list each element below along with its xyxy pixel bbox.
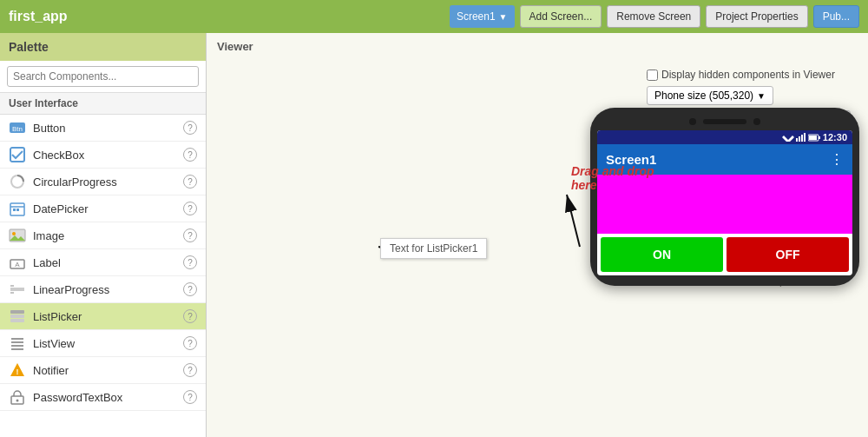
svg-rect-15 [10, 310, 24, 314]
label-help-icon[interactable]: ? [183, 255, 197, 269]
palette-item-button[interactable]: Btn Button ? [0, 115, 206, 142]
palette-header: Palette [0, 33, 206, 61]
label-icon: A [9, 254, 26, 271]
svg-rect-32 [799, 136, 800, 142]
wifi-icon [782, 133, 794, 142]
publish-button[interactable]: Pub... [813, 5, 859, 28]
linear-progress-help-icon[interactable]: ? [183, 282, 197, 296]
circular-progress-icon [9, 173, 26, 190]
listpicker-help-icon[interactable]: ? [183, 309, 197, 323]
passwordtextbox-help-icon[interactable]: ? [183, 390, 197, 404]
display-hidden-label: Display hidden components in Viewer [661, 69, 835, 81]
palette-item-linear-progress-label: LinearProgress [33, 283, 176, 296]
svg-text:Btn: Btn [12, 125, 23, 133]
header: first_app Screen1 ▼ Add Screen... Remove… [0, 0, 868, 33]
palette-item-checkbox-label: CheckBox [33, 149, 176, 162]
svg-rect-7 [16, 209, 19, 211]
svg-rect-31 [796, 138, 798, 142]
off-button[interactable]: OFF [727, 237, 849, 272]
palette-item-circular-progress-label: CircularProgress [33, 175, 176, 189]
display-hidden-checkbox[interactable] [647, 70, 658, 81]
palette-item-checkbox[interactable]: CheckBox ? [0, 142, 206, 169]
phone-speaker [703, 119, 746, 124]
palette-item-listview[interactable]: ListView ? [0, 330, 206, 357]
screen-dropdown[interactable]: Screen1 ▼ [450, 5, 515, 28]
on-off-button-row: ON OFF [597, 234, 852, 275]
palette-item-notifier-label: Notifier [33, 364, 176, 377]
battery-icon [808, 133, 820, 142]
listpicker-tooltip-text: Text for ListPicker1 [390, 242, 477, 255]
datepicker-help-icon[interactable]: ? [183, 202, 197, 215]
palette-item-datepicker[interactable]: DatePicker ? [0, 195, 206, 222]
svg-line-28 [567, 195, 580, 247]
palette-item-linear-progress[interactable]: LinearProgress ? [0, 276, 206, 303]
notifier-icon: ! [9, 361, 26, 379]
phone-camera-bar [597, 118, 852, 125]
chevron-down-icon-phone: ▼ [757, 91, 766, 101]
circular-progress-help-icon[interactable]: ? [183, 175, 197, 189]
button-help-icon[interactable]: ? [183, 121, 197, 135]
palette-item-listpicker-label: ListPicker [33, 310, 176, 323]
palette-item-circular-progress[interactable]: CircularProgress ? [0, 169, 206, 195]
phone-camera-icon [689, 118, 696, 125]
palette-item-passwordtextbox[interactable]: PasswordTextBox ? [0, 384, 206, 411]
palette-item-image[interactable]: Image ? [0, 222, 206, 249]
add-screen-button[interactable]: Add Screen... [520, 5, 602, 28]
on-button[interactable]: ON [601, 237, 723, 272]
image-help-icon[interactable]: ? [183, 228, 197, 242]
remove-screen-button[interactable]: Remove Screen [607, 5, 700, 28]
svg-text:!: ! [16, 367, 19, 376]
svg-rect-36 [809, 136, 817, 140]
viewer-panel: Viewer Display hidden components in View… [207, 33, 868, 437]
listview-icon [9, 334, 26, 352]
screen-name: Screen1 [457, 10, 496, 23]
palette-item-label-label: Label [33, 256, 176, 269]
viewer-title: Viewer [207, 33, 868, 60]
phone-status-bar: 12:30 [597, 130, 852, 144]
svg-marker-30 [782, 136, 794, 142]
palette-item-label[interactable]: A Label ? [0, 249, 206, 276]
svg-point-9 [12, 232, 16, 235]
svg-point-25 [16, 400, 19, 402]
palette-item-notifier[interactable]: ! Notifier ? [0, 357, 206, 384]
datepicker-icon [9, 200, 26, 217]
palette-search-area [0, 61, 206, 93]
drag-drop-label: Drag and drop here [571, 164, 654, 192]
svg-rect-37 [819, 136, 820, 139]
project-properties-button[interactable]: Project Properties [706, 5, 807, 28]
notifier-help-icon[interactable]: ? [183, 363, 197, 377]
palette-panel: Palette User Interface Btn Button ? Chec… [0, 33, 207, 437]
svg-rect-16 [10, 315, 24, 318]
drag-drop-text-line2: here [571, 178, 654, 192]
palette-section-header: User Interface [0, 93, 206, 115]
phone-camera-icon2 [753, 118, 760, 125]
listview-help-icon[interactable]: ? [183, 336, 197, 350]
palette-item-passwordtextbox-label: PasswordTextBox [33, 391, 176, 404]
drag-drop-text-line1: Drag and drop [571, 164, 654, 178]
app-title: first_app [9, 9, 68, 24]
main-layout: Palette User Interface Btn Button ? Chec… [0, 33, 868, 437]
listpicker-icon [9, 308, 26, 325]
phone-size-row: Phone size (505,320) ▼ [647, 86, 851, 105]
chevron-down-icon: ▼ [499, 12, 508, 22]
phone-mockup: 12:30 Screen1 ⋮ ON OFF [590, 108, 859, 286]
palette-item-listpicker[interactable]: ListPicker ? [0, 303, 206, 330]
button-icon: Btn [9, 119, 26, 136]
linear-progress-icon [9, 281, 26, 298]
phone-size-button[interactable]: Phone size (505,320) ▼ [647, 86, 773, 105]
phone-signal-icons [782, 133, 820, 142]
listpicker-tooltip: Text for ListPicker1 [380, 238, 487, 259]
viewer-content: Display hidden components in Viewer Phon… [207, 60, 868, 437]
phone-outer: 12:30 Screen1 ⋮ ON OFF [590, 108, 859, 286]
palette-item-listview-label: ListView [33, 337, 176, 350]
image-icon [9, 227, 26, 244]
signal-icon [796, 133, 806, 142]
search-input[interactable] [7, 66, 199, 87]
palette-item-button-label: Button [33, 122, 176, 135]
svg-rect-6 [13, 209, 16, 211]
palette-item-image-label: Image [33, 229, 176, 242]
checkbox-help-icon[interactable]: ? [183, 148, 197, 162]
svg-rect-34 [804, 133, 806, 142]
passwordtextbox-icon [9, 388, 26, 406]
phone-menu-icon: ⋮ [830, 151, 844, 168]
